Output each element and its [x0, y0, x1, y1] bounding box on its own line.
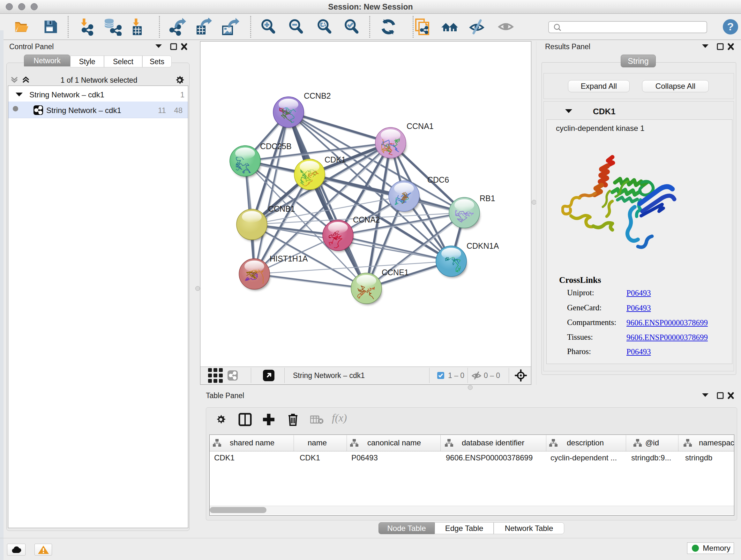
- svg-text:CCNA1: CCNA1: [407, 122, 434, 131]
- svg-text:CDC25B: CDC25B: [260, 142, 292, 151]
- svg-text:CCNB2: CCNB2: [304, 91, 331, 100]
- svg-text:CCNB1: CCNB1: [268, 204, 295, 213]
- svg-text:?: ?: [727, 20, 734, 33]
- svg-text:RB1: RB1: [480, 194, 495, 203]
- svg-text:CDK1: CDK1: [325, 155, 346, 164]
- svg-text:CDKN1A: CDKN1A: [467, 241, 499, 250]
- svg-text:CDC6: CDC6: [427, 175, 449, 184]
- svg-text:CCNE1: CCNE1: [382, 268, 409, 277]
- svg-text:HIST1H1A: HIST1H1A: [270, 254, 308, 263]
- svg-text:CCNA2: CCNA2: [353, 215, 380, 224]
